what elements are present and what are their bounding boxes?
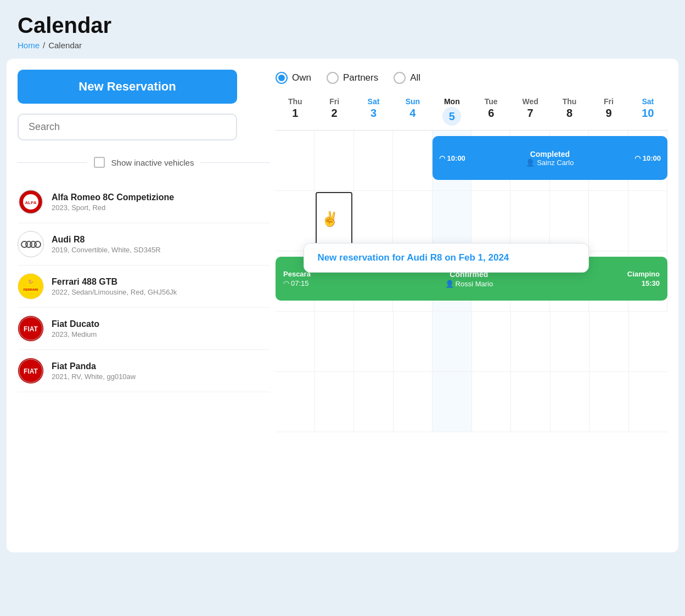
cal-day-name: Thu bbox=[550, 97, 589, 106]
cal-cell[interactable] bbox=[589, 372, 629, 432]
tooltip-text: New reservation for Audi R8 on Feb 1, 20… bbox=[317, 252, 509, 263]
show-inactive-checkbox[interactable] bbox=[94, 157, 105, 168]
filter-own[interactable]: Own bbox=[276, 72, 311, 84]
cal-day-num: 4 bbox=[393, 107, 432, 120]
search-input[interactable] bbox=[18, 114, 237, 140]
cal-day-num: 5 bbox=[442, 107, 461, 126]
cal-cell[interactable] bbox=[511, 312, 551, 371]
cal-cell[interactable] bbox=[629, 372, 668, 432]
vehicle-details: 2021, RV, White, gg010aw bbox=[52, 372, 136, 381]
radio-all bbox=[394, 72, 406, 84]
cal-day-num: 7 bbox=[510, 107, 549, 120]
cal-day-thu1: Thu 1 bbox=[276, 94, 315, 130]
cal-cell[interactable] bbox=[315, 372, 355, 432]
cal-cell[interactable] bbox=[551, 312, 590, 371]
cal-cell[interactable] bbox=[433, 372, 472, 432]
alfa-event[interactable]: ◠ 10:00 Completed 👤 Sainz Carlo ◠ bbox=[433, 136, 667, 180]
page-header: Calendar Home / Calendar bbox=[0, 0, 685, 59]
steering-wheel-icon: ◠ bbox=[439, 154, 445, 162]
cal-cell[interactable] bbox=[589, 191, 628, 251]
cal-cell[interactable] bbox=[510, 191, 549, 251]
cal-cell[interactable] bbox=[433, 191, 471, 251]
filter-own-label: Own bbox=[292, 72, 311, 83]
vehicle-item[interactable]: 🐎 FERRARI Ferrari 488 GTB 2022, Sedan/Li… bbox=[18, 265, 270, 308]
cal-row-panda bbox=[276, 372, 667, 432]
vehicle-item[interactable]: ALFA Alfa Romeo 8C Competizione 2023, Sp… bbox=[18, 181, 270, 223]
cal-day-name: Tue bbox=[471, 97, 510, 106]
vehicle-info: Fiat Panda 2021, RV, White, gg010aw bbox=[52, 361, 136, 381]
cal-cell[interactable] bbox=[276, 191, 315, 251]
event-person2: Rossi Mario bbox=[456, 280, 493, 288]
cal-cell[interactable] bbox=[433, 312, 472, 371]
cal-day-num: 8 bbox=[550, 107, 589, 120]
cal-cell[interactable] bbox=[551, 372, 590, 432]
cal-cell[interactable] bbox=[393, 131, 432, 190]
new-reservation-button[interactable]: New Reservation bbox=[18, 70, 237, 104]
vehicle-name: Ferrari 488 GTB bbox=[52, 277, 177, 287]
cal-cell[interactable] bbox=[315, 191, 353, 251]
cal-cell[interactable] bbox=[629, 312, 668, 371]
cal-cell[interactable] bbox=[628, 191, 667, 251]
cal-cell[interactable] bbox=[472, 372, 512, 432]
breadcrumb-separator: / bbox=[43, 41, 45, 50]
vehicle-item[interactable]: FIAT Fiat Panda 2021, RV, White, gg010aw bbox=[18, 350, 270, 392]
cal-cell[interactable] bbox=[550, 191, 589, 251]
cal-cell[interactable] bbox=[315, 312, 355, 371]
cal-cell[interactable] bbox=[511, 372, 551, 432]
show-inactive-row: Show inactive vehicles bbox=[18, 157, 270, 168]
fiat-panda-logo: FIAT bbox=[18, 358, 44, 384]
radio-partners bbox=[327, 72, 339, 84]
event-end-time: 15:30 bbox=[642, 279, 660, 287]
cal-cell[interactable] bbox=[472, 312, 512, 371]
cal-cell[interactable] bbox=[354, 131, 393, 190]
svg-rect-3 bbox=[19, 274, 43, 298]
calendar-body: ◠ 10:00 Completed 👤 Sainz Carlo ◠ bbox=[276, 131, 667, 432]
vehicle-item[interactable]: Audi R8 2019, Convertible, White, SD345R bbox=[18, 223, 270, 265]
cal-cell[interactable] bbox=[276, 131, 315, 190]
main-card: New Reservation Show inactive vehicles A… bbox=[7, 59, 678, 552]
cal-cell[interactable] bbox=[354, 372, 394, 432]
event-status: Completed bbox=[530, 150, 570, 159]
cal-cell[interactable] bbox=[393, 191, 432, 251]
cal-day-name: Wed bbox=[510, 97, 549, 106]
breadcrumb-home[interactable]: Home bbox=[18, 41, 40, 50]
cal-cell[interactable] bbox=[354, 312, 394, 371]
page-title: Calendar bbox=[18, 13, 667, 37]
cal-cell[interactable] bbox=[394, 372, 433, 432]
cal-day-fri9: Fri 9 bbox=[589, 94, 628, 130]
cal-day-num: 6 bbox=[471, 107, 510, 120]
cal-cell[interactable] bbox=[354, 191, 393, 251]
filter-partners-label: Partners bbox=[343, 72, 378, 83]
breadcrumb: Home / Calendar bbox=[18, 41, 667, 50]
right-panel: Own Partners All Thu 1 Fri 2 Sat bbox=[276, 70, 667, 432]
cal-cell[interactable] bbox=[589, 312, 629, 371]
calendar-header: Thu 1 Fri 2 Sat 3 Sun 4 Mon 5 Tue 6 bbox=[276, 94, 667, 131]
cal-cell[interactable] bbox=[394, 312, 433, 371]
event-person: Sainz Carlo bbox=[537, 159, 574, 167]
tooltip-popup: New reservation for Audi R8 on Feb 1, 20… bbox=[304, 243, 589, 273]
vehicle-name: Fiat Ducato bbox=[52, 319, 99, 329]
cal-day-sun4: Sun 4 bbox=[393, 94, 432, 130]
cal-day-name: Mon bbox=[433, 97, 471, 106]
vehicle-details: 2019, Convertible, White, SD345R bbox=[52, 246, 161, 254]
cal-cell[interactable] bbox=[315, 131, 353, 190]
cal-day-name: Fri bbox=[589, 97, 628, 106]
vehicle-item[interactable]: FIAT Fiat Ducato 2023, Medium bbox=[18, 308, 270, 350]
vehicle-details: 2022, Sedan/Limousine, Red, GHJ56Jk bbox=[52, 288, 177, 296]
svg-text:FIAT: FIAT bbox=[24, 368, 38, 375]
ferrari-logo: 🐎 FERRARI bbox=[18, 273, 44, 299]
vehicle-details: 2023, Sport, Red bbox=[52, 204, 174, 212]
steering-icon: ◠ bbox=[283, 279, 289, 287]
filter-all[interactable]: All bbox=[394, 72, 420, 84]
cal-cell[interactable] bbox=[276, 312, 315, 371]
vehicle-name: Fiat Panda bbox=[52, 361, 136, 371]
click-indicator bbox=[316, 192, 352, 250]
cal-cell[interactable] bbox=[471, 191, 510, 251]
vehicle-info: Alfa Romeo 8C Competizione 2023, Sport, … bbox=[52, 193, 174, 212]
filter-partners[interactable]: Partners bbox=[327, 72, 378, 84]
cal-cell[interactable] bbox=[276, 372, 315, 432]
cal-day-fri2: Fri 2 bbox=[315, 94, 353, 130]
cal-day-name: Sat bbox=[628, 97, 667, 106]
filter-row: Own Partners All bbox=[276, 72, 667, 84]
filter-all-label: All bbox=[410, 72, 420, 83]
